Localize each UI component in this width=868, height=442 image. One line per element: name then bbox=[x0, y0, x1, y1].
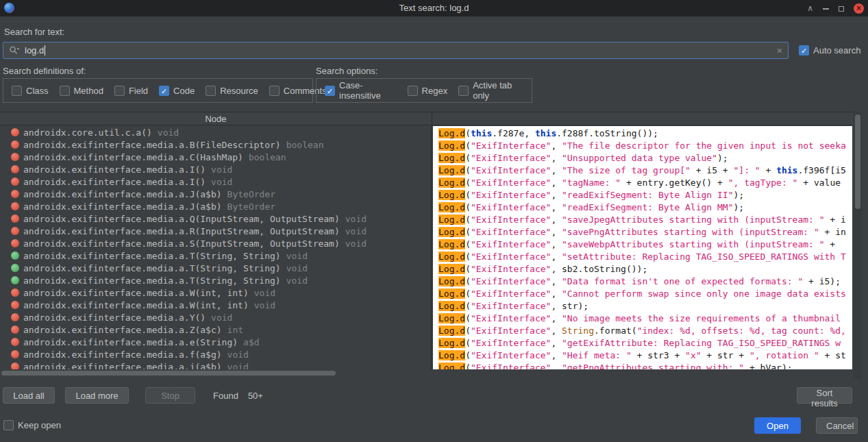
checkbox-class[interactable]: Class bbox=[12, 86, 49, 96]
checkbox-case-insensitive[interactable]: ✓Case-insensitive bbox=[325, 80, 397, 101]
node-return-type: int bbox=[227, 325, 243, 335]
maximize-button[interactable] bbox=[839, 0, 844, 16]
clear-search-icon[interactable]: × bbox=[777, 45, 782, 56]
checkbox-box bbox=[206, 86, 216, 96]
search-result-row[interactable]: androidx.exifinterface.media.a.B(FileDes… bbox=[0, 138, 431, 151]
method-icon bbox=[11, 313, 19, 321]
checkbox-box bbox=[269, 86, 280, 96]
checkbox-label: Field bbox=[129, 86, 148, 96]
checkbox-code[interactable]: ✓Code bbox=[159, 86, 195, 96]
checkbox-box bbox=[3, 420, 14, 430]
search-result-row[interactable]: androidx.exifinterface.media.a.W(int, in… bbox=[0, 299, 431, 311]
search-options-box: ✓Case-insensitiveRegexActive tab only bbox=[316, 78, 532, 103]
node-text: androidx.exifinterface.media.a.j(a$b) bbox=[23, 362, 222, 370]
search-result-row[interactable]: androidx.exifinterface.media.a.S(InputSt… bbox=[0, 237, 431, 249]
node-text: androidx.exifinterface.media.a.Z(a$c) bbox=[23, 325, 222, 335]
method-icon bbox=[11, 363, 19, 369]
search-result-row[interactable]: androidx.exifinterface.media.a.I()void bbox=[0, 175, 431, 188]
node-column-header[interactable]: Node bbox=[0, 112, 432, 125]
search-result-row[interactable]: androidx.core.util.c.a()void bbox=[0, 126, 431, 138]
keep-above-icon[interactable]: ∧ bbox=[807, 0, 813, 16]
node-return-type: boolean bbox=[249, 152, 286, 162]
checkbox-label: Method bbox=[74, 86, 103, 96]
checkbox-resource[interactable]: Resource bbox=[206, 86, 258, 96]
code-line: Log.d("ExifInterface", String.format("in… bbox=[438, 325, 852, 337]
search-result-row[interactable]: androidx.exifinterface.media.a.W(int, in… bbox=[0, 286, 431, 299]
code-line: Log.d("ExifInterface", "savePngAttribute… bbox=[438, 226, 852, 238]
checkbox-active-tab-only[interactable]: Active tab only bbox=[458, 80, 523, 101]
maximize-icon bbox=[839, 6, 844, 12]
found-label: Found bbox=[213, 391, 238, 401]
method-icon bbox=[11, 239, 19, 247]
checkbox-box bbox=[458, 86, 469, 96]
checkbox-regex[interactable]: Regex bbox=[408, 86, 448, 96]
search-input[interactable]: log.d × bbox=[3, 42, 789, 59]
load-all-button[interactable]: Load all bbox=[3, 387, 55, 404]
node-return-type: void bbox=[158, 127, 179, 138]
search-options-group: Search options: ✓Case-insensitiveRegexAc… bbox=[316, 66, 532, 103]
node-return-type: void bbox=[286, 275, 308, 286]
node-text: androidx.exifinterface.media.a.T(String,… bbox=[23, 275, 281, 286]
window-title: Text search: log.d bbox=[399, 3, 469, 13]
checkbox-keep-open[interactable]: Keep open bbox=[3, 420, 61, 430]
search-result-row[interactable]: androidx.exifinterface.media.a.T(String,… bbox=[0, 274, 431, 286]
search-result-row[interactable]: androidx.exifinterface.media.a.Z(a$c)int bbox=[0, 323, 431, 336]
node-text: androidx.exifinterface.media.a.T(String,… bbox=[23, 263, 281, 273]
horizontal-scrollbar-thumb[interactable] bbox=[1, 371, 336, 376]
vertical-scrollbar-thumb[interactable] bbox=[855, 114, 860, 209]
minimize-button[interactable] bbox=[823, 0, 829, 16]
keep-open-checkbox-wrap: Keep open bbox=[3, 420, 61, 432]
open-button[interactable]: Open bbox=[754, 417, 801, 434]
checkbox-method[interactable]: Method bbox=[60, 86, 103, 96]
node-text: androidx.exifinterface.media.a.W(int, in… bbox=[23, 288, 249, 298]
checkbox-box: ✓ bbox=[159, 86, 169, 96]
search-result-row[interactable]: androidx.exifinterface.media.a.j(a$b)voi… bbox=[0, 360, 431, 369]
close-button[interactable]: × bbox=[854, 3, 864, 14]
node-return-type: void bbox=[286, 263, 308, 273]
checkbox-box bbox=[114, 86, 125, 96]
auto-search-checkbox-wrap: ✓Auto search bbox=[799, 45, 860, 56]
node-return-type: ByteOrder bbox=[227, 189, 275, 199]
node-list-pane[interactable]: androidx.core.util.c.a()voidandroidx.exi… bbox=[0, 126, 432, 369]
load-more-button[interactable]: Load more bbox=[65, 387, 129, 404]
checkbox-field[interactable]: Field bbox=[114, 86, 148, 96]
checkbox-label: Regex bbox=[422, 86, 448, 96]
search-result-row[interactable]: androidx.exifinterface.media.a.R(InputSt… bbox=[0, 225, 431, 237]
window-controls: ∧ × bbox=[807, 0, 864, 16]
search-result-row[interactable]: androidx.exifinterface.media.a.e(String)… bbox=[0, 336, 431, 348]
node-return-type: void bbox=[227, 362, 249, 370]
code-line: Log.d("ExifInterface", "Heif meta: " + s… bbox=[438, 349, 852, 362]
method-icon bbox=[11, 301, 19, 309]
vertical-scrollbar[interactable] bbox=[854, 112, 862, 379]
node-text: androidx.exifinterface.media.a.f(a$g) bbox=[23, 349, 222, 360]
search-icon bbox=[9, 45, 20, 56]
results-header: Node bbox=[0, 112, 853, 125]
search-result-row[interactable]: androidx.exifinterface.media.a.T(String,… bbox=[0, 262, 431, 274]
checkbox-auto-search[interactable]: ✓Auto search bbox=[799, 45, 860, 56]
checkbox-label: Keep open bbox=[18, 420, 61, 430]
search-result-row[interactable]: androidx.exifinterface.media.a.J(a$b)Byt… bbox=[0, 200, 431, 212]
search-result-row[interactable]: androidx.exifinterface.media.a.I()void bbox=[0, 163, 431, 175]
node-text: androidx.exifinterface.media.a.B(FileDes… bbox=[23, 140, 281, 150]
search-result-row[interactable]: androidx.exifinterface.media.a.J(a$b)Byt… bbox=[0, 188, 431, 200]
method-icon bbox=[11, 288, 19, 297]
code-preview-pane[interactable]: Log.d(this.f287e, this.f288f.toString())… bbox=[433, 126, 852, 369]
code-line: Log.d("ExifInterface", "The size of tag … bbox=[438, 164, 852, 177]
search-result-row[interactable]: androidx.exifinterface.media.a.Q(InputSt… bbox=[0, 212, 431, 225]
checkbox-label: Active tab only bbox=[473, 80, 523, 101]
sort-results-button[interactable]: Sort results bbox=[797, 387, 852, 404]
node-text: androidx.exifinterface.media.a.Y() bbox=[23, 312, 206, 323]
cancel-button[interactable]: Cancel bbox=[816, 417, 858, 434]
method-icon bbox=[11, 140, 19, 149]
node-text: androidx.exifinterface.media.a.S(InputSt… bbox=[23, 238, 340, 249]
node-text: androidx.exifinterface.media.a.Q(InputSt… bbox=[23, 214, 340, 224]
search-result-row[interactable]: androidx.exifinterface.media.a.f(a$g)voi… bbox=[0, 348, 431, 360]
search-result-row[interactable]: androidx.exifinterface.media.a.Y()void bbox=[0, 311, 431, 323]
code-line: Log.d("ExifInterface", "saveWebpAttribut… bbox=[438, 238, 852, 251]
checkbox-label: Resource bbox=[220, 86, 258, 96]
titlebar[interactable]: Text search: log.d ∧ × bbox=[0, 0, 868, 16]
search-result-row[interactable]: androidx.exifinterface.media.a.C(HashMap… bbox=[0, 151, 431, 163]
search-result-row[interactable]: androidx.exifinterface.media.a.T(String,… bbox=[0, 249, 431, 262]
horizontal-scrollbar[interactable] bbox=[0, 370, 432, 377]
code-line: Log.d("ExifInterface", "The file descrip… bbox=[438, 140, 852, 152]
